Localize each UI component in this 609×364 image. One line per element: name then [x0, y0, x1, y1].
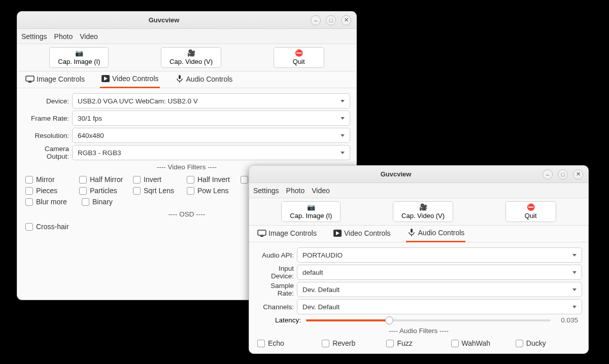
input-device-combo[interactable]: default	[297, 265, 582, 280]
checkbox-reverb[interactable]	[322, 340, 329, 347]
chk-pow-lens: Pow Lens	[187, 185, 241, 196]
checkbox-negative[interactable]	[241, 176, 248, 184]
checkbox-pow-lens[interactable]	[187, 187, 194, 195]
label-device: Device:	[23, 97, 72, 105]
device-combo[interactable]: USB2.0 VGA UVC WebCam: USB2.0 V	[72, 93, 350, 108]
checkbox-invert[interactable]	[133, 176, 141, 184]
video-icon: 🎥	[419, 204, 427, 211]
menubar: Settings Photo Video	[17, 29, 356, 44]
quit-icon: ⛔	[527, 204, 535, 211]
checkbox-echo[interactable]	[257, 340, 265, 347]
resolution-combo[interactable]: 640x480	[72, 128, 350, 143]
menu-video[interactable]: Video	[80, 32, 98, 41]
menu-photo[interactable]: Photo	[54, 32, 73, 41]
svg-rect-4	[179, 75, 181, 79]
latency-slider-fill	[306, 319, 389, 321]
maximize-button[interactable]: □	[558, 169, 568, 179]
latency-value: 0.035	[556, 316, 578, 324]
chk-crosshair: Cross-hair	[25, 221, 79, 232]
chk-particles: Particles	[79, 185, 133, 196]
titlebar: Guvcview – □ ✕	[17, 12, 356, 29]
latency-slider-thumb[interactable]	[385, 316, 393, 324]
checkbox-half-mirror[interactable]	[79, 176, 87, 184]
titlebar: Guvcview – □ ✕	[249, 166, 588, 183]
camera-output-combo[interactable]: RGB3 - RGB3	[72, 145, 350, 160]
checkbox-half-invert[interactable]	[187, 176, 194, 184]
svg-rect-10	[411, 229, 413, 233]
toolbar: 📷 Cap. Image (I) 🎥 Cap. Video (V) ⛔ Quit	[17, 44, 356, 71]
checkbox-fuzz[interactable]	[386, 340, 394, 347]
checkbox-blur-more[interactable]	[25, 198, 33, 206]
chk-fuzz: Fuzz	[386, 338, 451, 349]
window-title: Guvcview	[249, 170, 543, 178]
tab-image-controls[interactable]: Image Controls	[256, 226, 318, 242]
checkbox-binary[interactable]	[82, 198, 89, 206]
monitor-icon	[25, 75, 35, 83]
svg-rect-1	[28, 82, 31, 83]
video-filters-grid-2: Blur more Binary	[23, 196, 140, 207]
video-icon: 🎥	[187, 50, 195, 57]
chk-invert: Invert	[133, 174, 187, 185]
tabs: Image Controls Video Controls Audio Cont…	[249, 226, 588, 242]
checkbox-pieces[interactable]	[25, 187, 33, 195]
checkbox-sqrt-lens[interactable]	[133, 187, 141, 195]
toolbar: 📷 Cap. Image (I) 🎥 Cap. Video (V) ⛔ Quit	[249, 198, 588, 226]
chk-mirror: Mirror	[25, 174, 79, 185]
label-sample-rate: Sample Rate:	[255, 282, 297, 297]
minimize-button[interactable]: –	[311, 15, 321, 25]
tab-image-controls[interactable]: Image Controls	[24, 71, 86, 88]
chk-half-mirror: Half Mirror	[79, 174, 133, 185]
checkbox-particles[interactable]	[79, 187, 87, 195]
cap-image-button[interactable]: 📷 Cap. Image (I)	[281, 201, 341, 222]
checkbox-mirror[interactable]	[25, 176, 33, 184]
chk-wahwah: WahWah	[451, 338, 516, 349]
chk-blur-more: Blur more	[25, 196, 82, 207]
maximize-button[interactable]: □	[326, 15, 336, 25]
sample-rate-combo[interactable]: Dev. Default	[297, 282, 582, 297]
play-icon	[101, 75, 110, 83]
form-audio: Audio API: PORTAUDIO Input Device: defau…	[249, 242, 588, 352]
close-button[interactable]: ✕	[573, 169, 583, 179]
quit-button[interactable]: ⛔ Quit	[505, 201, 556, 222]
checkbox-wahwah[interactable]	[451, 340, 459, 347]
menu-settings[interactable]: Settings	[21, 32, 47, 41]
label-resolution: Resolution:	[23, 132, 72, 139]
window-controls: – □ ✕	[543, 169, 588, 179]
minimize-button[interactable]: –	[543, 169, 553, 179]
chk-binary: Binary	[82, 196, 138, 207]
label-latency: Latency:	[259, 316, 301, 324]
label-input-device: Input Device:	[255, 265, 297, 280]
tab-video-controls[interactable]: Video Controls	[100, 71, 160, 88]
cap-image-button[interactable]: 📷 Cap. Image (I)	[49, 47, 109, 68]
window-controls: – □ ✕	[311, 15, 356, 25]
audio-filters-header: ---- Audio Filters ----	[255, 327, 582, 335]
mic-icon	[407, 229, 416, 237]
chk-half-invert: Half Invert	[187, 174, 241, 185]
svg-rect-0	[26, 76, 34, 81]
cap-video-button[interactable]: 🎥 Cap. Video (V)	[393, 201, 453, 222]
label-frame-rate: Frame Rate:	[23, 115, 72, 122]
tab-audio-controls[interactable]: Audio Controls	[406, 226, 466, 242]
checkbox-ducky[interactable]	[516, 340, 523, 347]
tab-video-controls[interactable]: Video Controls	[332, 226, 392, 242]
quit-button[interactable]: ⛔ Quit	[274, 47, 324, 68]
label-camera-output: Camera Output:	[23, 145, 72, 160]
close-button[interactable]: ✕	[341, 15, 351, 25]
menu-photo[interactable]: Photo	[286, 187, 305, 195]
audio-api-combo[interactable]: PORTAUDIO	[297, 247, 582, 263]
latency-slider[interactable]	[306, 319, 551, 321]
svg-rect-7	[260, 236, 263, 237]
guvcview-window-audio: Guvcview – □ ✕ Settings Photo Video 📷 Ca…	[249, 165, 589, 354]
chk-sqrt-lens: Sqrt Lens	[133, 185, 187, 196]
chk-ducky: Ducky	[516, 338, 580, 349]
chk-pieces: Pieces	[25, 185, 79, 196]
monitor-icon	[257, 229, 266, 237]
chk-echo: Echo	[257, 338, 322, 349]
checkbox-crosshair[interactable]	[25, 223, 33, 231]
frame-rate-combo[interactable]: 30/1 fps	[72, 111, 350, 126]
channels-combo[interactable]: Dev. Default	[297, 299, 582, 314]
menu-video[interactable]: Video	[312, 187, 330, 195]
cap-video-button[interactable]: 🎥 Cap. Video (V)	[161, 47, 221, 68]
tab-audio-controls[interactable]: Audio Controls	[174, 71, 234, 88]
menu-settings[interactable]: Settings	[253, 187, 279, 195]
